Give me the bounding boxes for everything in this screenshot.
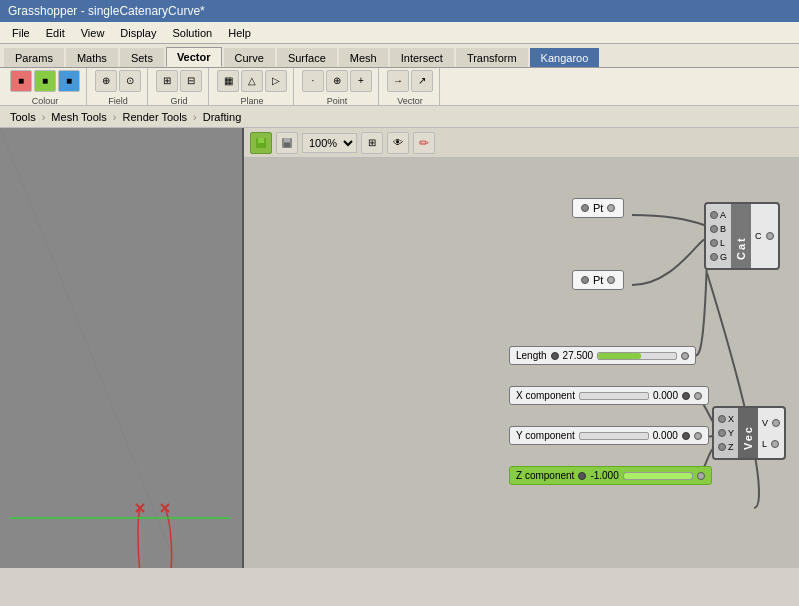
z-component-slider[interactable]: Z component -1.000 xyxy=(509,466,712,485)
cat-label: Cat xyxy=(731,204,751,268)
vec-input-Y: Y xyxy=(714,426,738,440)
vec-input-X: X xyxy=(714,412,738,426)
menu-view[interactable]: View xyxy=(73,25,113,41)
titlebar: Grasshopper - singleCatenaryCurve* xyxy=(0,0,799,22)
vec-port-L-out xyxy=(771,440,779,448)
zoom-select[interactable]: 100% 75% 150% xyxy=(302,133,357,153)
breadcrumb-drafting[interactable]: Drafting xyxy=(197,110,248,124)
pt1-in-port xyxy=(581,204,589,212)
point-icon-1[interactable]: · xyxy=(302,70,324,92)
cat-port-A xyxy=(710,211,718,219)
length-label: Length xyxy=(516,350,547,361)
svg-rect-6 xyxy=(0,128,242,568)
grid-icon-1[interactable]: ⊞ xyxy=(156,70,178,92)
cat-input-G: G xyxy=(706,250,731,264)
tab-sets[interactable]: Sets xyxy=(120,48,164,67)
tab-kangaroo[interactable]: Kangaroo xyxy=(530,48,600,67)
svg-rect-10 xyxy=(258,138,264,143)
gh-canvas[interactable]: 100% 75% 150% ⊞ 👁 ✏ xyxy=(244,128,799,568)
vector-icon-2[interactable]: ↗ xyxy=(411,70,433,92)
vector-label: Vector xyxy=(381,96,439,106)
z-track[interactable] xyxy=(623,472,693,480)
cat-input-L: L xyxy=(706,236,731,250)
x-component-slider[interactable]: X component 0.000 xyxy=(509,386,709,405)
length-slider-dot[interactable] xyxy=(551,352,559,360)
pt-node-2[interactable]: Pt xyxy=(572,270,624,290)
menu-file[interactable]: File xyxy=(4,25,38,41)
tab-maths[interactable]: Maths xyxy=(66,48,118,67)
colour-icon-1[interactable]: ■ xyxy=(10,70,32,92)
x-track[interactable] xyxy=(579,392,649,400)
length-slider[interactable]: Length 27.500 xyxy=(509,346,696,365)
plane-icon-3[interactable]: ▷ xyxy=(265,70,287,92)
viewport-left: Perspective ▾ X Y Z xyxy=(0,128,244,568)
y-out-port xyxy=(694,432,702,440)
eye-btn[interactable]: 👁 xyxy=(387,132,409,154)
vec-port-X xyxy=(718,415,726,423)
field-icon-2[interactable]: ⊙ xyxy=(119,70,141,92)
pt-node-1[interactable]: Pt xyxy=(572,198,624,218)
colour-group: ■ ■ ■ Colour xyxy=(4,68,87,106)
grid-icon-2[interactable]: ⊟ xyxy=(180,70,202,92)
tab-curve[interactable]: Curve xyxy=(224,48,275,67)
pt1-label: Pt xyxy=(593,202,603,214)
cat-input-A: A xyxy=(706,208,731,222)
breadcrumb-tools[interactable]: Tools xyxy=(4,110,42,124)
cat-port-L xyxy=(710,239,718,247)
length-track[interactable] xyxy=(597,352,677,360)
gh-disk-btn[interactable] xyxy=(276,132,298,154)
menu-edit[interactable]: Edit xyxy=(38,25,73,41)
pen-btn[interactable]: ✏ xyxy=(413,132,435,154)
gh-save-btn[interactable] xyxy=(250,132,272,154)
y-value: 0.000 xyxy=(653,430,678,441)
vector-icon-1[interactable]: → xyxy=(387,70,409,92)
field-icon-1[interactable]: ⊕ xyxy=(95,70,117,92)
menu-solution[interactable]: Solution xyxy=(164,25,220,41)
menu-help[interactable]: Help xyxy=(220,25,259,41)
tab-vector[interactable]: Vector xyxy=(166,47,222,67)
canvas-area[interactable]: Pt Pt A B xyxy=(244,158,799,568)
breadcrumb-render-tools[interactable]: Render Tools xyxy=(116,110,193,124)
point-icon-3[interactable]: + xyxy=(350,70,372,92)
tab-transform[interactable]: Transform xyxy=(456,48,528,67)
length-out-port xyxy=(681,352,689,360)
vec-out-L: L xyxy=(758,437,784,451)
main-layout: Perspective ▾ X Y Z xyxy=(0,128,799,568)
zoom-fit-btn[interactable]: ⊞ xyxy=(361,132,383,154)
pt2-in-port xyxy=(581,276,589,284)
z-value: -1.000 xyxy=(590,470,618,481)
plane-icon-1[interactable]: ▦ xyxy=(217,70,239,92)
catenary-drawing xyxy=(0,128,242,568)
pt2-label: Pt xyxy=(593,274,603,286)
title-text: Grasshopper - singleCatenaryCurve* xyxy=(8,4,205,18)
cat-inputs: A B L G xyxy=(706,204,731,268)
cat-out-port xyxy=(766,232,774,240)
menu-display[interactable]: Display xyxy=(112,25,164,41)
point-icon-2[interactable]: ⊕ xyxy=(326,70,348,92)
vec-port-Z xyxy=(718,443,726,451)
vec-node[interactable]: X Y Z Vec V xyxy=(712,406,786,460)
cat-node[interactable]: A B L G Cat xyxy=(704,202,780,270)
x-label: X component xyxy=(516,390,575,401)
vec-out-V: V xyxy=(758,416,784,430)
colour-icon-3[interactable]: ■ xyxy=(58,70,80,92)
breadcrumb-bar: Tools › Mesh Tools › Render Tools › Draf… xyxy=(0,106,799,128)
tab-intersect[interactable]: Intersect xyxy=(390,48,454,67)
x-slider-dot[interactable] xyxy=(682,392,690,400)
tab-params[interactable]: Params xyxy=(4,48,64,67)
breadcrumb-mesh-tools[interactable]: Mesh Tools xyxy=(45,110,112,124)
y-track[interactable] xyxy=(579,432,649,440)
y-slider-dot[interactable] xyxy=(682,432,690,440)
plane-icon-2[interactable]: △ xyxy=(241,70,263,92)
length-value: 27.500 xyxy=(563,350,594,361)
grid-label: Grid xyxy=(150,96,208,106)
cat-output: C xyxy=(751,204,778,268)
z-slider-dot[interactable] xyxy=(578,472,586,480)
toolbar-tabs: Params Maths Sets Vector Curve Surface M… xyxy=(0,44,799,68)
tab-surface[interactable]: Surface xyxy=(277,48,337,67)
colour-icon-2[interactable]: ■ xyxy=(34,70,56,92)
tab-mesh[interactable]: Mesh xyxy=(339,48,388,67)
y-component-slider[interactable]: Y component 0.000 xyxy=(509,426,709,445)
point-group: · ⊕ + Point xyxy=(296,68,379,106)
vector-group: → ↗ Vector xyxy=(381,68,440,106)
